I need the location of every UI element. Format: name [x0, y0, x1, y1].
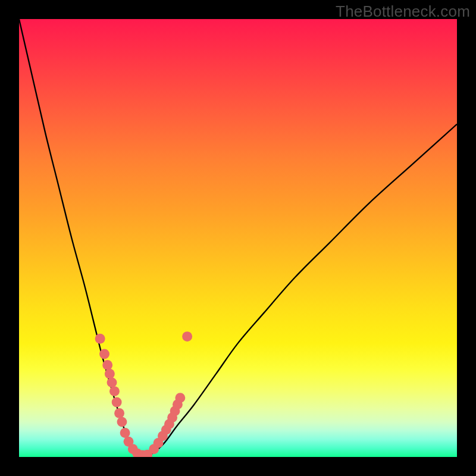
data-marker	[99, 349, 109, 359]
data-marker	[175, 393, 185, 403]
data-marker	[109, 386, 120, 396]
bottleneck-curve	[19, 19, 457, 457]
data-marker	[102, 360, 112, 370]
data-marker	[114, 408, 124, 418]
data-marker	[112, 397, 122, 408]
data-marker	[95, 334, 105, 344]
watermark-text: TheBottleneck.com	[336, 2, 470, 21]
curve-layer	[19, 19, 457, 457]
data-markers	[95, 331, 192, 457]
data-marker	[120, 428, 130, 438]
plot-area	[19, 19, 457, 457]
data-marker	[107, 377, 117, 387]
data-marker	[117, 417, 127, 427]
data-marker	[182, 331, 192, 342]
data-marker	[105, 369, 115, 379]
chart-frame: TheBottleneck.com	[0, 0, 476, 476]
